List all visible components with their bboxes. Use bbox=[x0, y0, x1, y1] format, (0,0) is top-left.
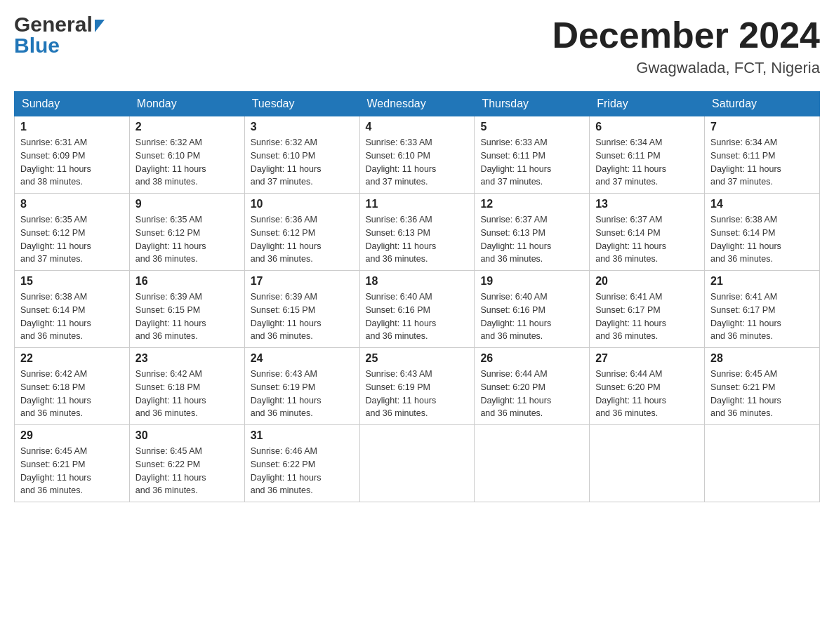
day-number: 20 bbox=[595, 275, 699, 288]
day-info: Sunrise: 6:40 AMSunset: 6:16 PMDaylight:… bbox=[366, 290, 469, 343]
day-number: 29 bbox=[20, 429, 124, 442]
day-number: 26 bbox=[480, 352, 583, 365]
day-number: 1 bbox=[20, 121, 124, 133]
logo-blue: Blue bbox=[14, 35, 105, 56]
day-info: Sunrise: 6:34 AMSunset: 6:11 PMDaylight:… bbox=[595, 136, 699, 189]
logo-arrow bbox=[95, 20, 105, 32]
page-header: General Blue December 2024 Gwagwalada, F… bbox=[14, 14, 820, 77]
calendar-cell: 24Sunrise: 6:43 AMSunset: 6:19 PMDayligh… bbox=[244, 348, 359, 425]
day-number: 19 bbox=[480, 275, 583, 288]
calendar-cell: 2Sunrise: 6:32 AMSunset: 6:10 PMDaylight… bbox=[129, 116, 244, 194]
calendar-cell: 22Sunrise: 6:42 AMSunset: 6:18 PMDayligh… bbox=[15, 348, 130, 425]
day-number: 12 bbox=[480, 198, 583, 210]
day-info: Sunrise: 6:44 AMSunset: 6:20 PMDaylight:… bbox=[595, 368, 699, 420]
day-info: Sunrise: 6:38 AMSunset: 6:14 PMDaylight:… bbox=[710, 213, 814, 266]
day-info: Sunrise: 6:38 AMSunset: 6:14 PMDaylight:… bbox=[20, 290, 124, 343]
day-number: 5 bbox=[480, 121, 583, 133]
day-info: Sunrise: 6:33 AMSunset: 6:10 PMDaylight:… bbox=[366, 136, 469, 189]
calendar-cell: 13Sunrise: 6:37 AMSunset: 6:14 PMDayligh… bbox=[590, 194, 705, 271]
calendar-cell bbox=[359, 425, 475, 502]
day-number: 17 bbox=[251, 275, 354, 288]
calendar-cell: 29Sunrise: 6:45 AMSunset: 6:21 PMDayligh… bbox=[15, 425, 130, 502]
location: Gwagwalada, FCT, Nigeria bbox=[552, 59, 820, 77]
day-number: 6 bbox=[595, 121, 699, 133]
calendar-cell: 9Sunrise: 6:35 AMSunset: 6:12 PMDaylight… bbox=[129, 194, 244, 271]
calendar-cell: 28Sunrise: 6:45 AMSunset: 6:21 PMDayligh… bbox=[705, 348, 820, 425]
day-number: 8 bbox=[20, 198, 124, 210]
day-info: Sunrise: 6:32 AMSunset: 6:10 PMDaylight:… bbox=[251, 136, 354, 189]
calendar-cell: 26Sunrise: 6:44 AMSunset: 6:20 PMDayligh… bbox=[475, 348, 590, 425]
day-number: 2 bbox=[135, 121, 239, 133]
day-info: Sunrise: 6:42 AMSunset: 6:18 PMDaylight:… bbox=[135, 368, 239, 420]
day-number: 31 bbox=[251, 429, 354, 442]
logo: General Blue bbox=[14, 14, 105, 56]
day-info: Sunrise: 6:46 AMSunset: 6:22 PMDaylight:… bbox=[251, 445, 354, 497]
day-info: Sunrise: 6:45 AMSunset: 6:21 PMDaylight:… bbox=[710, 368, 814, 420]
calendar-cell: 23Sunrise: 6:42 AMSunset: 6:18 PMDayligh… bbox=[129, 348, 244, 425]
day-number: 18 bbox=[366, 275, 469, 288]
day-info: Sunrise: 6:35 AMSunset: 6:12 PMDaylight:… bbox=[135, 213, 239, 266]
day-info: Sunrise: 6:41 AMSunset: 6:17 PMDaylight:… bbox=[710, 290, 814, 343]
month-title: December 2024 bbox=[552, 14, 820, 56]
calendar-cell: 30Sunrise: 6:45 AMSunset: 6:22 PMDayligh… bbox=[129, 425, 244, 502]
title-area: December 2024 Gwagwalada, FCT, Nigeria bbox=[552, 14, 820, 77]
day-info: Sunrise: 6:42 AMSunset: 6:18 PMDaylight:… bbox=[20, 368, 124, 420]
calendar-header-row: SundayMondayTuesdayWednesdayThursdayFrid… bbox=[15, 92, 820, 116]
calendar-cell: 7Sunrise: 6:34 AMSunset: 6:11 PMDaylight… bbox=[705, 116, 820, 194]
calendar-cell bbox=[705, 425, 820, 502]
day-number: 10 bbox=[251, 198, 354, 210]
calendar-cell: 27Sunrise: 6:44 AMSunset: 6:20 PMDayligh… bbox=[590, 348, 705, 425]
day-info: Sunrise: 6:36 AMSunset: 6:13 PMDaylight:… bbox=[366, 213, 469, 266]
calendar-cell: 25Sunrise: 6:43 AMSunset: 6:19 PMDayligh… bbox=[359, 348, 475, 425]
day-info: Sunrise: 6:34 AMSunset: 6:11 PMDaylight:… bbox=[710, 136, 814, 189]
day-number: 13 bbox=[595, 198, 699, 210]
day-number: 27 bbox=[595, 352, 699, 365]
calendar-cell: 15Sunrise: 6:38 AMSunset: 6:14 PMDayligh… bbox=[15, 271, 130, 348]
calendar-cell bbox=[590, 425, 705, 502]
day-number: 25 bbox=[366, 352, 469, 365]
calendar-cell: 1Sunrise: 6:31 AMSunset: 6:09 PMDaylight… bbox=[15, 116, 130, 194]
week-row-4: 22Sunrise: 6:42 AMSunset: 6:18 PMDayligh… bbox=[15, 348, 820, 425]
calendar-cell: 10Sunrise: 6:36 AMSunset: 6:12 PMDayligh… bbox=[244, 194, 359, 271]
week-row-2: 8Sunrise: 6:35 AMSunset: 6:12 PMDaylight… bbox=[15, 194, 820, 271]
day-info: Sunrise: 6:35 AMSunset: 6:12 PMDaylight:… bbox=[20, 213, 124, 266]
calendar-cell: 6Sunrise: 6:34 AMSunset: 6:11 PMDaylight… bbox=[590, 116, 705, 194]
day-number: 21 bbox=[710, 275, 814, 288]
day-info: Sunrise: 6:40 AMSunset: 6:16 PMDaylight:… bbox=[480, 290, 583, 343]
calendar-cell bbox=[475, 425, 590, 502]
day-number: 16 bbox=[135, 275, 239, 288]
day-info: Sunrise: 6:44 AMSunset: 6:20 PMDaylight:… bbox=[480, 368, 583, 420]
calendar-cell: 18Sunrise: 6:40 AMSunset: 6:16 PMDayligh… bbox=[359, 271, 475, 348]
day-info: Sunrise: 6:45 AMSunset: 6:22 PMDaylight:… bbox=[135, 445, 239, 497]
day-info: Sunrise: 6:32 AMSunset: 6:10 PMDaylight:… bbox=[135, 136, 239, 189]
calendar-cell: 12Sunrise: 6:37 AMSunset: 6:13 PMDayligh… bbox=[475, 194, 590, 271]
day-info: Sunrise: 6:45 AMSunset: 6:21 PMDaylight:… bbox=[20, 445, 124, 497]
calendar-cell: 4Sunrise: 6:33 AMSunset: 6:10 PMDaylight… bbox=[359, 116, 475, 194]
calendar-cell: 17Sunrise: 6:39 AMSunset: 6:15 PMDayligh… bbox=[244, 271, 359, 348]
calendar-cell: 21Sunrise: 6:41 AMSunset: 6:17 PMDayligh… bbox=[705, 271, 820, 348]
logo-general: General bbox=[14, 14, 105, 35]
calendar-cell: 3Sunrise: 6:32 AMSunset: 6:10 PMDaylight… bbox=[244, 116, 359, 194]
day-number: 24 bbox=[251, 352, 354, 365]
calendar-cell: 16Sunrise: 6:39 AMSunset: 6:15 PMDayligh… bbox=[129, 271, 244, 348]
day-info: Sunrise: 6:41 AMSunset: 6:17 PMDaylight:… bbox=[595, 290, 699, 343]
calendar-cell: 19Sunrise: 6:40 AMSunset: 6:16 PMDayligh… bbox=[475, 271, 590, 348]
day-number: 15 bbox=[20, 275, 124, 288]
header-sunday: Sunday bbox=[15, 92, 130, 116]
day-info: Sunrise: 6:37 AMSunset: 6:14 PMDaylight:… bbox=[595, 213, 699, 266]
day-info: Sunrise: 6:39 AMSunset: 6:15 PMDaylight:… bbox=[135, 290, 239, 343]
calendar-cell: 11Sunrise: 6:36 AMSunset: 6:13 PMDayligh… bbox=[359, 194, 475, 271]
day-number: 11 bbox=[366, 198, 469, 210]
day-number: 30 bbox=[135, 429, 239, 442]
calendar-table: SundayMondayTuesdayWednesdayThursdayFrid… bbox=[14, 91, 820, 502]
header-wednesday: Wednesday bbox=[359, 92, 475, 116]
day-number: 3 bbox=[251, 121, 354, 133]
day-number: 14 bbox=[710, 198, 814, 210]
day-info: Sunrise: 6:36 AMSunset: 6:12 PMDaylight:… bbox=[251, 213, 354, 266]
header-tuesday: Tuesday bbox=[244, 92, 359, 116]
calendar-cell: 8Sunrise: 6:35 AMSunset: 6:12 PMDaylight… bbox=[15, 194, 130, 271]
day-number: 23 bbox=[135, 352, 239, 365]
day-info: Sunrise: 6:43 AMSunset: 6:19 PMDaylight:… bbox=[251, 368, 354, 420]
day-number: 22 bbox=[20, 352, 124, 365]
calendar-cell: 14Sunrise: 6:38 AMSunset: 6:14 PMDayligh… bbox=[705, 194, 820, 271]
